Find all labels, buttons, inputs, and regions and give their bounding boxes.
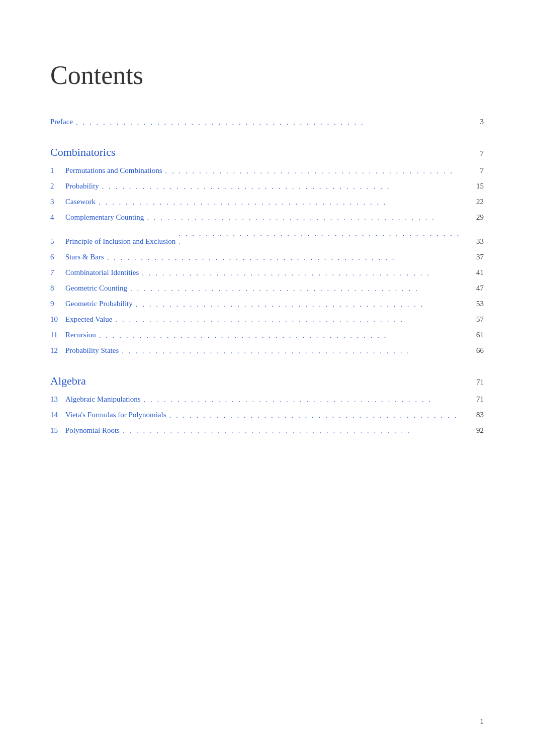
toc-row: 4Complementary Counting. . . . . . . . .… <box>50 210 484 225</box>
toc-entry-number: 7 <box>50 268 65 277</box>
toc-entry-link[interactable]: Permutations and Combinations <box>65 166 162 175</box>
section-heading-label[interactable]: Combinatorics <box>50 146 116 159</box>
toc-entry-number: 3 <box>50 198 65 206</box>
toc-entry-page: 37 <box>470 253 484 261</box>
toc-entry-link[interactable]: Geometric Probability <box>65 300 133 308</box>
preface-page: 3 <box>470 118 484 126</box>
toc-entry-number: 4 <box>50 213 65 222</box>
section-heading-page: 7 <box>480 149 484 158</box>
toc-entry-link[interactable]: Probability <box>65 182 99 191</box>
toc-row: 1Permutations and Combinations. . . . . … <box>50 163 484 178</box>
toc-entry-number: 5 <box>50 237 65 246</box>
toc-entry-number: 1 <box>50 166 65 175</box>
toc-entry-page: 61 <box>470 331 484 339</box>
toc-entry-link[interactable]: Expected Value <box>65 315 112 324</box>
toc-row: 14Vieta's Formulas for Polynomials. . . … <box>50 407 484 423</box>
toc-entry-link[interactable]: Algebraic Manipulations <box>65 395 141 404</box>
preface-row: Preface . . . . . . . . . . . . . . . . … <box>50 114 484 130</box>
toc-entry-page: 71 <box>470 395 484 404</box>
toc-entry-number: 2 <box>50 182 65 191</box>
page-title: Contents <box>50 60 484 90</box>
toc-entry-number: 12 <box>50 346 65 355</box>
toc-entry-link[interactable]: Recursion <box>65 331 96 339</box>
toc-entry-dots: . . . . . . . . . . . . . . . . . . . . … <box>144 396 467 404</box>
toc-entry-page: 83 <box>470 411 484 419</box>
toc-entry-number: 10 <box>50 315 65 324</box>
toc-entry-number: 11 <box>50 331 65 339</box>
toc-row: 6Stars & Bars. . . . . . . . . . . . . .… <box>50 249 484 265</box>
section-heading-combinatorics: Combinatorics7 <box>50 144 484 161</box>
toc-entry-page: 22 <box>470 198 484 206</box>
toc-row: 11Recursion. . . . . . . . . . . . . . .… <box>50 327 484 343</box>
toc-entry-dots: . . . . . . . . . . . . . . . . . . . . … <box>102 182 467 191</box>
toc-entry-dots: . . . . . . . . . . . . . . . . . . . . … <box>179 229 467 246</box>
toc-row: 13Algebraic Manipulations. . . . . . . .… <box>50 392 484 407</box>
toc-entry-page: 41 <box>470 268 484 277</box>
toc-entry-link[interactable]: Vieta's Formulas for Polynomials <box>65 411 166 419</box>
toc-entry-page: 29 <box>470 213 484 222</box>
toc-entry-number: 15 <box>50 426 65 435</box>
toc-row: 3Casework. . . . . . . . . . . . . . . .… <box>50 194 484 210</box>
toc-entry-dots: . . . . . . . . . . . . . . . . . . . . … <box>123 427 467 435</box>
toc-row: 2Probability. . . . . . . . . . . . . . … <box>50 178 484 194</box>
toc-sections: Combinatorics71Permutations and Combinat… <box>50 144 484 438</box>
toc-entry-dots: . . . . . . . . . . . . . . . . . . . . … <box>115 316 467 324</box>
toc-entry-dots: . . . . . . . . . . . . . . . . . . . . … <box>165 167 467 175</box>
toc-entry-dots: . . . . . . . . . . . . . . . . . . . . … <box>142 269 467 277</box>
toc-entry-number: 6 <box>50 253 65 261</box>
preface-dots: . . . . . . . . . . . . . . . . . . . . … <box>76 118 467 127</box>
toc-entry-dots: . . . . . . . . . . . . . . . . . . . . … <box>99 331 467 340</box>
toc-entry-link[interactable]: Stars & Bars <box>65 253 104 261</box>
toc-entry-page: 92 <box>470 426 484 435</box>
toc-entry-dots: . . . . . . . . . . . . . . . . . . . . … <box>99 198 467 207</box>
section-heading-page: 71 <box>476 378 484 387</box>
toc-entry-page: 66 <box>470 346 484 355</box>
toc-entry-dots: . . . . . . . . . . . . . . . . . . . . … <box>169 411 467 420</box>
toc-row: 9Geometric Probability. . . . . . . . . … <box>50 296 484 312</box>
footer-page-number: 1 <box>480 717 484 726</box>
toc-row: 15Polynomial Roots. . . . . . . . . . . … <box>50 423 484 438</box>
toc-entry-dots: . . . . . . . . . . . . . . . . . . . . … <box>122 347 467 355</box>
toc-entry-link[interactable]: Polynomial Roots <box>65 426 120 435</box>
toc-entry-number: 9 <box>50 300 65 308</box>
section-heading-label[interactable]: Algebra <box>50 374 86 388</box>
toc-entry-page: 7 <box>470 166 484 175</box>
toc-entry-link[interactable]: Combinatorial Identities <box>65 268 139 277</box>
toc-entry-number: 13 <box>50 395 65 404</box>
toc-row: 12Probability States. . . . . . . . . . … <box>50 343 484 358</box>
toc-entry-link[interactable]: Probability States <box>65 346 119 355</box>
page-container: Contents Preface . . . . . . . . . . . .… <box>0 0 534 479</box>
toc-entry-dots: . . . . . . . . . . . . . . . . . . . . … <box>130 285 467 293</box>
toc-entry-dots: . . . . . . . . . . . . . . . . . . . . … <box>147 214 467 222</box>
toc-entry-page: 33 <box>470 237 484 246</box>
toc-row: 7Combinatorial Identities. . . . . . . .… <box>50 265 484 280</box>
toc-entry-number: 8 <box>50 284 65 293</box>
toc-entry-page: 57 <box>470 315 484 324</box>
toc-entry-page: 53 <box>470 300 484 308</box>
toc-entry-link[interactable]: Casework <box>65 198 96 206</box>
toc-row: 5Principle of Inclusion and Exclusion. .… <box>50 225 484 249</box>
toc-entry-page: 47 <box>470 284 484 293</box>
toc-entry-link[interactable]: Geometric Counting <box>65 284 127 293</box>
toc-row: 8Geometric Counting. . . . . . . . . . .… <box>50 280 484 296</box>
toc-entry-link[interactable]: Complementary Counting <box>65 213 144 222</box>
toc-entry-dots: . . . . . . . . . . . . . . . . . . . . … <box>136 300 467 309</box>
section-heading-algebra: Algebra71 <box>50 372 484 390</box>
toc-row: 10Expected Value. . . . . . . . . . . . … <box>50 312 484 327</box>
toc-entry-number: 14 <box>50 411 65 419</box>
preface-link[interactable]: Preface <box>50 118 73 126</box>
toc-entry-dots: . . . . . . . . . . . . . . . . . . . . … <box>107 253 467 262</box>
toc-entry-page: 15 <box>470 182 484 191</box>
toc-entry-link[interactable]: Principle of Inclusion and Exclusion <box>65 237 175 246</box>
